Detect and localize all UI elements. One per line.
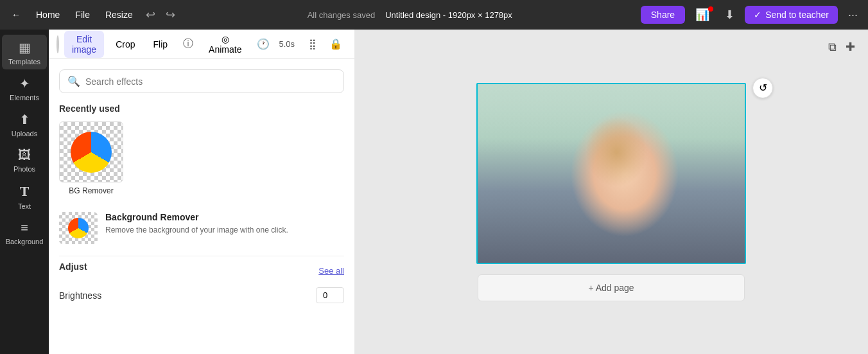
brightness-input[interactable] bbox=[316, 287, 344, 303]
send-to-teacher-button[interactable]: ✓ Send to teacher bbox=[745, 6, 838, 24]
canvas-image-container: ↺ bbox=[476, 83, 746, 264]
grid-view-button[interactable]: ⣿ bbox=[305, 35, 320, 53]
sidebar-item-uploads[interactable]: ⬆ Uploads bbox=[2, 107, 47, 141]
adjust-header: Adjust See all bbox=[59, 261, 344, 279]
text-label: Text bbox=[18, 202, 31, 210]
duration-label: 5.0s bbox=[279, 39, 295, 49]
canvas-toolbar-top: ⧉ ✚ bbox=[826, 37, 858, 57]
bg-remover-list-thumbnail bbox=[59, 212, 98, 244]
photo-overlay bbox=[478, 84, 745, 263]
sidebar-item-templates[interactable]: ▦ Templates bbox=[2, 35, 47, 69]
ball-graphic bbox=[71, 132, 112, 173]
more-options-button[interactable]: ··· bbox=[843, 6, 863, 24]
canvas-image[interactable] bbox=[478, 84, 745, 263]
redo-button[interactable]: ↪ bbox=[162, 5, 179, 24]
background-remover-item[interactable]: Background Remover Remove the background… bbox=[59, 206, 344, 251]
clock-icon[interactable]: 🕐 bbox=[253, 35, 273, 53]
background-icon: ≡ bbox=[21, 220, 28, 235]
text-icon: T bbox=[20, 183, 30, 200]
duplicate-canvas-button[interactable]: ⧉ bbox=[826, 37, 839, 57]
flip-button[interactable]: Flip bbox=[147, 36, 175, 53]
panel-scroll: 🔍 Recently used BG Remover Background Re… bbox=[49, 59, 354, 354]
sidebar-item-elements[interactable]: ✦ Elements bbox=[2, 71, 47, 105]
resize-button[interactable]: Resize bbox=[99, 7, 139, 22]
search-icon: 🔍 bbox=[67, 75, 80, 87]
canvas-area: ⧉ ✚ ↺ + Add page bbox=[354, 30, 868, 354]
animate-icon: ◎ bbox=[221, 34, 229, 44]
bg-remover-card[interactable]: BG Remover bbox=[59, 121, 123, 195]
bg-remover-thumbnail bbox=[59, 121, 123, 182]
add-page-bar[interactable]: + Add page bbox=[478, 274, 745, 301]
photo-content bbox=[478, 84, 745, 263]
topbar: ← Home File Resize ↩ ↪ All changes saved… bbox=[0, 0, 868, 30]
search-effects-input[interactable] bbox=[85, 76, 336, 87]
send-teacher-label: Send to teacher bbox=[765, 10, 829, 20]
refresh-icon: ↺ bbox=[759, 82, 767, 94]
file-button[interactable]: File bbox=[69, 7, 96, 22]
recently-used-label: Recently used bbox=[59, 103, 344, 114]
brightness-row: Brightness bbox=[59, 287, 344, 303]
elements-label: Elements bbox=[10, 94, 39, 102]
main-area: ▦ Templates ✦ Elements ⬆ Uploads 🖼 Photo… bbox=[0, 30, 868, 354]
back-button[interactable]: ← bbox=[5, 7, 27, 22]
bg-remover-info: Background Remover Remove the background… bbox=[105, 212, 344, 236]
uploads-label: Uploads bbox=[12, 130, 37, 137]
background-label: Background bbox=[6, 238, 44, 245]
edit-image-button[interactable]: Edit image bbox=[64, 31, 104, 58]
crop-button[interactable]: Crop bbox=[109, 36, 141, 53]
templates-label: Templates bbox=[8, 58, 40, 66]
home-button[interactable]: Home bbox=[30, 7, 66, 22]
templates-icon: ▦ bbox=[19, 40, 31, 55]
divider bbox=[59, 256, 344, 256]
animate-button[interactable]: ◎ Animate bbox=[202, 31, 248, 58]
sidebar-item-photos[interactable]: 🖼 Photos bbox=[2, 143, 47, 177]
refresh-button[interactable]: ↺ bbox=[752, 78, 773, 98]
adjust-label: Adjust bbox=[59, 261, 87, 272]
share-button[interactable]: Share bbox=[641, 6, 685, 24]
uploads-icon: ⬆ bbox=[19, 112, 30, 127]
ball-sm-graphic bbox=[68, 218, 89, 238]
brightness-label: Brightness bbox=[59, 290, 101, 301]
bg-remover-desc: Remove the background of your image with… bbox=[105, 225, 344, 236]
sidebar-item-background[interactable]: ≡ Background bbox=[2, 215, 47, 249]
secondary-toolbar: Edit image Crop Flip ⓘ ◎ Animate 🕐 5.0s … bbox=[49, 30, 354, 59]
add-page-plus-button[interactable]: ✚ bbox=[843, 37, 858, 57]
bg-remover-title: Background Remover bbox=[105, 212, 344, 222]
photos-icon: 🖼 bbox=[18, 148, 31, 163]
left-sidebar: ▦ Templates ✦ Elements ⬆ Uploads 🖼 Photo… bbox=[0, 30, 49, 354]
color-palette-swatch[interactable] bbox=[56, 35, 59, 53]
edit-panel-wrapper: Edit image Crop Flip ⓘ ◎ Animate 🕐 5.0s … bbox=[49, 30, 354, 354]
search-effects-box: 🔍 bbox=[59, 69, 344, 93]
undo-button[interactable]: ↩ bbox=[142, 5, 159, 24]
bg-remover-card-label: BG Remover bbox=[59, 186, 123, 195]
lock-button[interactable]: 🔒 bbox=[326, 35, 346, 53]
info-button[interactable]: ⓘ bbox=[179, 35, 197, 53]
photos-label: Photos bbox=[13, 165, 35, 173]
design-title: Untitled design - 1920px × 1278px bbox=[385, 10, 512, 20]
checkmark-icon: ✓ bbox=[754, 10, 761, 20]
elements-icon: ✦ bbox=[19, 76, 30, 91]
sidebar-item-text[interactable]: T Text bbox=[2, 178, 47, 214]
see-all-button[interactable]: See all bbox=[318, 266, 344, 276]
download-button[interactable]: ⬇ bbox=[720, 5, 740, 24]
saved-status: All changes saved bbox=[308, 10, 376, 20]
